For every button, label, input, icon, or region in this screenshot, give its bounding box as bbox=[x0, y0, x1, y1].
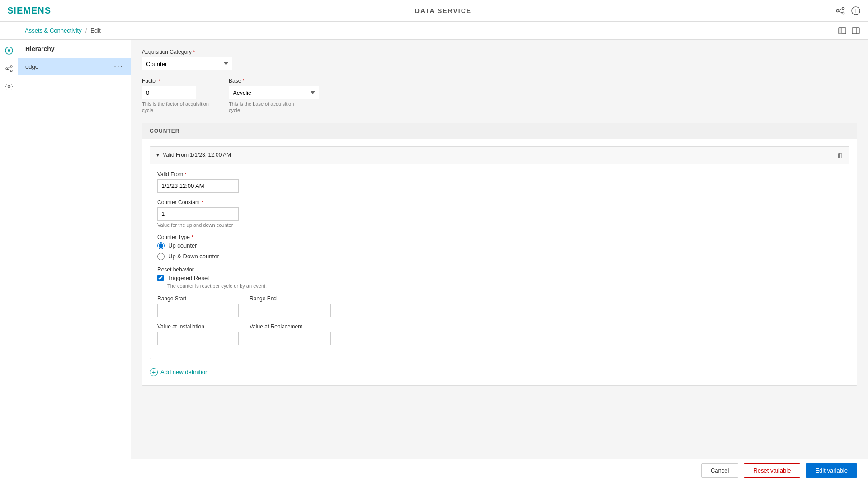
sidebar-icons bbox=[0, 40, 18, 482]
base-label: Base * bbox=[229, 78, 319, 84]
base-col: Base * Acyclic Cyclic This is the base o… bbox=[229, 78, 319, 114]
factor-label: Factor * bbox=[142, 78, 214, 84]
edit-variable-button[interactable]: Edit variable bbox=[806, 463, 857, 478]
base-hint: This is the base of acquisition cycle bbox=[229, 101, 301, 114]
radio-up-counter-input[interactable] bbox=[157, 242, 165, 249]
triggered-reset-item[interactable]: Triggered Reset bbox=[157, 275, 842, 281]
svg-point-15 bbox=[10, 66, 12, 67]
value-at-installation-label: Value at Installation bbox=[157, 323, 239, 330]
value-at-replacement-label: Value at Replacement bbox=[250, 323, 331, 330]
range-end-label: Range End bbox=[250, 295, 331, 302]
reset-variable-button[interactable]: Reset variable bbox=[744, 463, 800, 478]
triggered-reset-checkbox[interactable] bbox=[157, 275, 164, 281]
svg-point-2 bbox=[842, 12, 844, 14]
counter-section: COUNTER ▼ Valid From 1/1/23, 12:00 AM 🗑 bbox=[142, 123, 857, 386]
svg-point-16 bbox=[10, 70, 12, 72]
hierarchy-edge-item[interactable]: edge ··· bbox=[18, 58, 131, 75]
breadcrumb-bar: Assets & Connectivity / Edit bbox=[0, 22, 868, 40]
breadcrumb-separator: / bbox=[85, 27, 87, 34]
svg-point-13 bbox=[8, 49, 10, 52]
svg-point-14 bbox=[6, 68, 8, 70]
sidebar-icon-apps[interactable] bbox=[2, 43, 16, 58]
counter-section-header: COUNTER bbox=[142, 123, 857, 139]
top-bar-icons: i bbox=[835, 6, 861, 16]
add-definition-icon: + bbox=[150, 368, 158, 376]
value-at-installation-field: Value at Installation bbox=[157, 323, 239, 345]
factor-base-row: Factor * This is the factor of acquisiti… bbox=[142, 78, 857, 114]
hierarchy-edge-menu[interactable]: ··· bbox=[114, 62, 123, 71]
definition-body: Valid From * Counter Constant * bbox=[150, 164, 849, 359]
content-area: Acquisition Category * Counter Cyclic Ac… bbox=[131, 40, 868, 482]
hierarchy-edge-label: edge bbox=[25, 63, 38, 70]
breadcrumb-current: Edit bbox=[90, 27, 100, 34]
main-layout: Hierarchy edge ··· Acquisition Category … bbox=[0, 40, 868, 482]
app-logo: SIEMENS bbox=[7, 5, 51, 16]
definition-header[interactable]: ▼ Valid From 1/1/23, 12:00 AM 🗑 bbox=[150, 147, 849, 164]
valid-from-group: Valid From * bbox=[157, 171, 842, 193]
delete-definition-icon[interactable]: 🗑 bbox=[837, 151, 844, 159]
factor-col: Factor * This is the factor of acquisiti… bbox=[142, 78, 214, 114]
reset-behavior-label: Reset behavior bbox=[157, 267, 842, 273]
panel-left-icon[interactable] bbox=[837, 26, 847, 36]
counter-type-radio-group: Up counter Up & Down counter bbox=[157, 242, 842, 260]
acquisition-category-select[interactable]: Counter Cyclic Acyclic bbox=[142, 57, 232, 70]
info-icon[interactable]: i bbox=[851, 6, 861, 16]
radio-up-counter[interactable]: Up counter bbox=[157, 242, 842, 249]
footer: Cancel Reset variable Edit variable bbox=[0, 459, 868, 482]
svg-line-3 bbox=[839, 9, 842, 10]
breadcrumb-home[interactable]: Assets & Connectivity bbox=[25, 27, 82, 34]
definition-block: ▼ Valid From 1/1/23, 12:00 AM 🗑 Valid Fr… bbox=[150, 146, 849, 359]
add-definition-label: Add new definition bbox=[160, 369, 208, 375]
chevron-down-icon: ▼ bbox=[156, 153, 160, 158]
valid-from-input[interactable] bbox=[157, 179, 239, 193]
radio-updown-counter-label: Up & Down counter bbox=[168, 253, 219, 260]
definition-title: Valid From 1/1/23, 12:00 AM bbox=[163, 152, 231, 158]
triggered-reset-label: Triggered Reset bbox=[167, 275, 209, 281]
hierarchy-header: Hierarchy bbox=[18, 40, 131, 58]
value-fields: Value at Installation Value at Replaceme… bbox=[157, 323, 842, 345]
triggered-reset-group: Triggered Reset The counter is reset per… bbox=[157, 275, 842, 289]
acquisition-category-required: * bbox=[193, 49, 195, 55]
counter-type-group: Counter Type * Up counter Up bbox=[157, 234, 842, 260]
value-at-replacement-field: Value at Replacement bbox=[250, 323, 331, 345]
sidebar-icon-share[interactable] bbox=[2, 61, 16, 76]
view-toggle bbox=[837, 26, 861, 36]
svg-line-18 bbox=[8, 69, 10, 70]
top-bar: SIEMENS DATA SERVICE i bbox=[0, 0, 868, 22]
cancel-button[interactable]: Cancel bbox=[701, 463, 738, 478]
radio-updown-counter[interactable]: Up & Down counter bbox=[157, 253, 842, 260]
base-select[interactable]: Acyclic Cyclic bbox=[229, 86, 319, 99]
counter-section-body: ▼ Valid From 1/1/23, 12:00 AM 🗑 Valid Fr… bbox=[142, 139, 857, 385]
svg-point-0 bbox=[836, 9, 839, 12]
sidebar-icon-settings[interactable] bbox=[2, 80, 16, 94]
svg-line-4 bbox=[839, 11, 842, 13]
range-end-input[interactable] bbox=[250, 304, 331, 317]
panel-right-icon[interactable] bbox=[851, 26, 861, 36]
radio-updown-counter-input[interactable] bbox=[157, 253, 165, 260]
range-start-input[interactable] bbox=[157, 304, 239, 317]
value-at-installation-input[interactable] bbox=[157, 332, 239, 345]
triggered-reset-hint: The counter is reset per cycle or by an … bbox=[167, 283, 842, 289]
acquisition-category-label: Acquisition Category * bbox=[142, 49, 857, 55]
definition-header-left: ▼ Valid From 1/1/23, 12:00 AM bbox=[156, 152, 231, 158]
valid-from-label: Valid From * bbox=[157, 171, 842, 178]
range-start-field: Range Start bbox=[157, 295, 239, 317]
svg-rect-9 bbox=[839, 28, 842, 34]
value-at-replacement-input[interactable] bbox=[250, 332, 331, 345]
counter-constant-label: Counter Constant * bbox=[157, 199, 842, 206]
svg-text:i: i bbox=[855, 8, 857, 14]
counter-constant-group: Counter Constant * Value for the up and … bbox=[157, 199, 842, 228]
factor-hint: This is the factor of acquisition cycle bbox=[142, 101, 214, 114]
range-start-label: Range Start bbox=[157, 295, 239, 302]
add-definition-button[interactable]: + Add new definition bbox=[150, 366, 849, 378]
svg-rect-10 bbox=[852, 28, 859, 34]
counter-constant-input[interactable] bbox=[157, 207, 239, 221]
factor-input[interactable] bbox=[142, 86, 196, 99]
reset-behavior-group: Reset behavior Triggered Reset The count… bbox=[157, 267, 842, 289]
range-fields: Range Start Range End bbox=[157, 295, 842, 317]
breadcrumb: Assets & Connectivity / Edit bbox=[25, 27, 101, 34]
connect-icon[interactable] bbox=[835, 6, 845, 16]
svg-point-19 bbox=[8, 86, 10, 88]
acquisition-category-group: Acquisition Category * Counter Cyclic Ac… bbox=[142, 49, 857, 70]
counter-constant-hint: Value for the up and down counter bbox=[157, 222, 842, 228]
